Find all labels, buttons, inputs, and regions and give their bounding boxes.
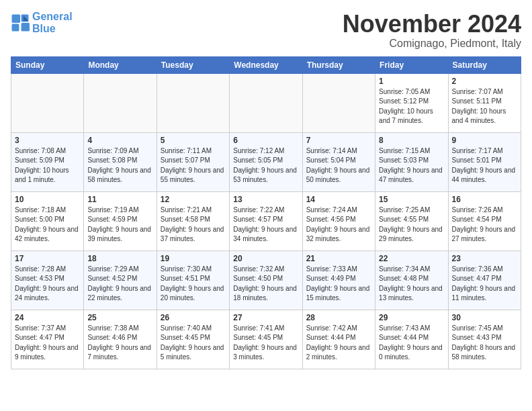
day-info: Sunrise: 7:29 AM Sunset: 4:52 PM Dayligh… bbox=[87, 265, 152, 304]
day-info: Sunrise: 7:32 AM Sunset: 4:50 PM Dayligh… bbox=[233, 265, 298, 304]
calendar-cell: 25Sunrise: 7:38 AM Sunset: 4:46 PM Dayli… bbox=[84, 310, 157, 369]
day-number: 3 bbox=[15, 136, 80, 145]
day-info: Sunrise: 7:26 AM Sunset: 4:54 PM Dayligh… bbox=[452, 205, 517, 244]
logo-general: General bbox=[32, 11, 73, 22]
day-number: 20 bbox=[233, 254, 298, 263]
calendar-cell: 19Sunrise: 7:30 AM Sunset: 4:51 PM Dayli… bbox=[157, 250, 229, 310]
day-number: 9 bbox=[452, 136, 517, 145]
calendar-cell: 23Sunrise: 7:36 AM Sunset: 4:47 PM Dayli… bbox=[448, 250, 521, 310]
day-number: 25 bbox=[87, 313, 152, 322]
calendar-cell: 27Sunrise: 7:41 AM Sunset: 4:45 PM Dayli… bbox=[230, 310, 302, 369]
calendar-cell: 22Sunrise: 7:34 AM Sunset: 4:48 PM Dayli… bbox=[375, 250, 448, 310]
day-number: 15 bbox=[379, 195, 444, 204]
calendar-week-row: 1Sunrise: 7:05 AM Sunset: 5:12 PM Daylig… bbox=[11, 73, 521, 132]
calendar-cell: 8Sunrise: 7:15 AM Sunset: 5:03 PM Daylig… bbox=[375, 132, 448, 191]
day-number: 23 bbox=[452, 254, 517, 263]
day-number: 18 bbox=[87, 254, 152, 263]
calendar-cell: 26Sunrise: 7:40 AM Sunset: 4:45 PM Dayli… bbox=[157, 310, 229, 369]
day-number: 4 bbox=[87, 136, 152, 145]
day-number: 21 bbox=[306, 254, 371, 263]
day-number: 26 bbox=[161, 313, 226, 322]
day-number: 22 bbox=[379, 254, 444, 263]
svg-rect-2 bbox=[12, 24, 19, 32]
day-info: Sunrise: 7:41 AM Sunset: 4:45 PM Dayligh… bbox=[233, 324, 298, 363]
calendar-cell: 21Sunrise: 7:33 AM Sunset: 4:49 PM Dayli… bbox=[302, 250, 375, 310]
month-title: November 2024 bbox=[343, 11, 521, 38]
day-info: Sunrise: 7:17 AM Sunset: 5:01 PM Dayligh… bbox=[452, 146, 517, 185]
day-info: Sunrise: 7:07 AM Sunset: 5:11 PM Dayligh… bbox=[452, 87, 517, 126]
svg-rect-3 bbox=[21, 23, 30, 31]
calendar-cell: 30Sunrise: 7:45 AM Sunset: 4:43 PM Dayli… bbox=[448, 310, 521, 369]
day-number: 17 bbox=[15, 254, 80, 263]
logo-blue: Blue bbox=[32, 23, 56, 34]
logo-icon bbox=[11, 13, 30, 32]
calendar-week-row: 24Sunrise: 7:37 AM Sunset: 4:47 PM Dayli… bbox=[11, 310, 521, 369]
day-number: 11 bbox=[87, 195, 152, 204]
day-number: 2 bbox=[452, 77, 517, 86]
day-of-week-header: Wednesday bbox=[230, 56, 302, 73]
calendar-cell: 9Sunrise: 7:17 AM Sunset: 5:01 PM Daylig… bbox=[448, 132, 521, 191]
day-info: Sunrise: 7:37 AM Sunset: 4:47 PM Dayligh… bbox=[15, 324, 80, 363]
day-info: Sunrise: 7:38 AM Sunset: 4:46 PM Dayligh… bbox=[87, 324, 152, 363]
calendar-cell: 7Sunrise: 7:14 AM Sunset: 5:04 PM Daylig… bbox=[302, 132, 375, 191]
calendar-cell: 20Sunrise: 7:32 AM Sunset: 4:50 PM Dayli… bbox=[230, 250, 302, 310]
day-of-week-header: Saturday bbox=[448, 56, 521, 73]
day-info: Sunrise: 7:28 AM Sunset: 4:53 PM Dayligh… bbox=[15, 265, 80, 304]
day-of-week-header: Sunday bbox=[11, 56, 84, 73]
day-number: 5 bbox=[161, 136, 226, 145]
calendar-cell: 11Sunrise: 7:19 AM Sunset: 4:59 PM Dayli… bbox=[84, 191, 157, 250]
calendar-cell: 10Sunrise: 7:18 AM Sunset: 5:00 PM Dayli… bbox=[11, 191, 84, 250]
day-info: Sunrise: 7:19 AM Sunset: 4:59 PM Dayligh… bbox=[87, 205, 152, 244]
day-info: Sunrise: 7:05 AM Sunset: 5:12 PM Dayligh… bbox=[379, 87, 444, 126]
day-number: 7 bbox=[306, 136, 371, 145]
day-number: 29 bbox=[379, 313, 444, 322]
title-block: November 2024 Comignago, Piedmont, Italy bbox=[343, 11, 521, 50]
day-of-week-header: Tuesday bbox=[157, 56, 229, 73]
calendar-cell bbox=[302, 73, 375, 132]
day-of-week-header: Friday bbox=[375, 56, 448, 73]
day-number: 12 bbox=[161, 195, 226, 204]
calendar-cell: 17Sunrise: 7:28 AM Sunset: 4:53 PM Dayli… bbox=[11, 250, 84, 310]
calendar-week-row: 3Sunrise: 7:08 AM Sunset: 5:09 PM Daylig… bbox=[11, 132, 521, 191]
calendar-header-row: SundayMondayTuesdayWednesdayThursdayFrid… bbox=[11, 56, 521, 73]
location: Comignago, Piedmont, Italy bbox=[343, 38, 521, 50]
day-info: Sunrise: 7:33 AM Sunset: 4:49 PM Dayligh… bbox=[306, 265, 371, 304]
day-number: 13 bbox=[233, 195, 298, 204]
calendar-cell: 16Sunrise: 7:26 AM Sunset: 4:54 PM Dayli… bbox=[448, 191, 521, 250]
day-info: Sunrise: 7:18 AM Sunset: 5:00 PM Dayligh… bbox=[15, 205, 80, 244]
day-info: Sunrise: 7:08 AM Sunset: 5:09 PM Dayligh… bbox=[15, 146, 80, 185]
calendar-cell: 14Sunrise: 7:24 AM Sunset: 4:56 PM Dayli… bbox=[302, 191, 375, 250]
day-number: 19 bbox=[161, 254, 226, 263]
calendar-cell bbox=[11, 73, 84, 132]
calendar-week-row: 17Sunrise: 7:28 AM Sunset: 4:53 PM Dayli… bbox=[11, 250, 521, 310]
day-info: Sunrise: 7:43 AM Sunset: 4:44 PM Dayligh… bbox=[379, 324, 444, 363]
day-info: Sunrise: 7:09 AM Sunset: 5:08 PM Dayligh… bbox=[87, 146, 152, 185]
logo: General Blue bbox=[11, 11, 73, 35]
calendar-cell: 5Sunrise: 7:11 AM Sunset: 5:07 PM Daylig… bbox=[157, 132, 229, 191]
day-info: Sunrise: 7:36 AM Sunset: 4:47 PM Dayligh… bbox=[452, 265, 517, 304]
day-number: 8 bbox=[379, 136, 444, 145]
calendar-cell: 4Sunrise: 7:09 AM Sunset: 5:08 PM Daylig… bbox=[84, 132, 157, 191]
day-number: 27 bbox=[233, 313, 298, 322]
day-number: 10 bbox=[15, 195, 80, 204]
svg-rect-0 bbox=[12, 15, 20, 23]
calendar-week-row: 10Sunrise: 7:18 AM Sunset: 5:00 PM Dayli… bbox=[11, 191, 521, 250]
day-info: Sunrise: 7:14 AM Sunset: 5:04 PM Dayligh… bbox=[306, 146, 371, 185]
day-info: Sunrise: 7:30 AM Sunset: 4:51 PM Dayligh… bbox=[161, 265, 226, 304]
calendar-cell: 24Sunrise: 7:37 AM Sunset: 4:47 PM Dayli… bbox=[11, 310, 84, 369]
calendar-cell: 18Sunrise: 7:29 AM Sunset: 4:52 PM Dayli… bbox=[84, 250, 157, 310]
calendar-cell bbox=[157, 73, 229, 132]
calendar-table: SundayMondayTuesdayWednesdayThursdayFrid… bbox=[11, 56, 521, 369]
page-header: General Blue November 2024 Comignago, Pi… bbox=[11, 11, 521, 50]
calendar-cell: 1Sunrise: 7:05 AM Sunset: 5:12 PM Daylig… bbox=[375, 73, 448, 132]
day-of-week-header: Monday bbox=[84, 56, 157, 73]
calendar-cell: 15Sunrise: 7:25 AM Sunset: 4:55 PM Dayli… bbox=[375, 191, 448, 250]
day-info: Sunrise: 7:42 AM Sunset: 4:44 PM Dayligh… bbox=[306, 324, 371, 363]
day-of-week-header: Thursday bbox=[302, 56, 375, 73]
calendar-cell: 2Sunrise: 7:07 AM Sunset: 5:11 PM Daylig… bbox=[448, 73, 521, 132]
calendar-cell: 13Sunrise: 7:22 AM Sunset: 4:57 PM Dayli… bbox=[230, 191, 302, 250]
calendar-cell bbox=[230, 73, 302, 132]
day-info: Sunrise: 7:22 AM Sunset: 4:57 PM Dayligh… bbox=[233, 205, 298, 244]
day-number: 14 bbox=[306, 195, 371, 204]
day-info: Sunrise: 7:21 AM Sunset: 4:58 PM Dayligh… bbox=[161, 205, 226, 244]
